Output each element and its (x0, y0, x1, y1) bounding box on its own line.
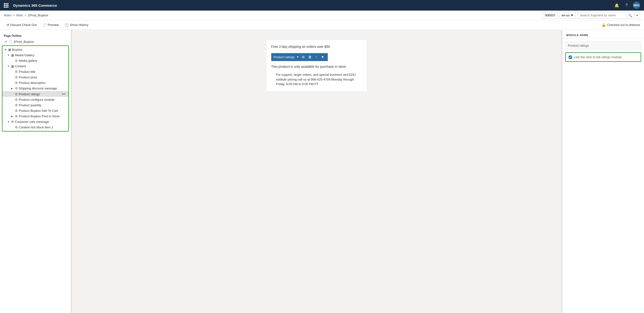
product-title-label: Product title (19, 70, 66, 73)
support-message: For support, larger orders, and special … (271, 72, 362, 86)
discard-checkout-button[interactable]: ↺ Discard Check Out (4, 22, 39, 28)
help-button[interactable]: ? (624, 2, 628, 8)
expand-icon-media-gallery: ▼ (7, 54, 10, 56)
sidebar-item-product-quantity[interactable]: ⚙ Product quantity (2, 102, 68, 108)
sidebar-item-buybox[interactable]: ▼ ▦ Buybox (2, 47, 68, 52)
ratings-toolbar[interactable]: Product ratings ▼ ⧉ 🗑 ↑ ▼ (271, 53, 328, 61)
content-rich-block-label: Content rich block item 1 (19, 125, 66, 129)
module-name-field: Product ratings (565, 41, 641, 49)
sidebar: Page Outline ▼ 📄 1Prod_Buybox ▼ ▦ Buybox… (0, 30, 71, 313)
right-panel-header: MODULE NAME (562, 30, 644, 39)
search-button[interactable]: 🔍 (626, 12, 634, 18)
notification-button[interactable]: 🔔 (614, 2, 620, 9)
product-quantity-label: Product quantity (19, 103, 66, 107)
shipping-message: Free 2-day shipping on orders over $50 (271, 44, 362, 49)
sidebar-item-product-price[interactable]: ⚙ Product price (2, 74, 68, 80)
sidebar-item-content[interactable]: ▼ ▦ Content (2, 63, 68, 69)
breadcrumb-main[interactable]: Main (16, 13, 23, 17)
outline-box: ▼ ▦ Buybox ▼ ▦ Media Gallery ⚙ Media gal… (2, 45, 69, 131)
show-history-button[interactable]: 🕐 Show History (62, 22, 91, 28)
expand-icon-customer-care: ▼ (7, 120, 10, 123)
content-label: Content (15, 64, 66, 68)
breadcrumb-fedev[interactable]: fedev (4, 13, 12, 17)
expand-icon-buybox: ▼ (4, 48, 7, 51)
avatar[interactable]: MRG (633, 2, 640, 9)
sidebar-item-shipping-discount[interactable]: ▶ ⚙ Shipping discount message (2, 86, 68, 91)
buybox-label: Buybox (12, 48, 66, 51)
gear-icon-product-title: ⚙ (15, 70, 18, 73)
ratings-toolbar-label: Product ratings (274, 55, 294, 59)
sidebar-item-product-configure[interactable]: ⚙ Product configure module (2, 97, 68, 102)
gear-icon-customer-care: ⚙ (11, 120, 14, 124)
sidebar-item-product-description[interactable]: ⚙ Product description (2, 80, 68, 86)
ellipsis-button-product-ratings[interactable]: ••• (61, 92, 66, 96)
sidebar-item-find-in-store[interactable]: ▶ ⚙ Product Buybox Find In Store (2, 113, 68, 119)
breadcrumb-sep-2: > (24, 13, 26, 17)
store-dropdown[interactable]: 000037 (543, 12, 557, 19)
page-icon: 📄 (9, 40, 12, 43)
toolbar: ↺ Discard Check Out 📄 Preview 🕐 Show His… (0, 20, 644, 30)
link-ratings-checkbox[interactable] (569, 55, 572, 59)
gear-icon-find-in-store: ⚙ (15, 114, 18, 118)
checked-out-label: Checked out to drbesse (607, 23, 640, 27)
delete-button[interactable]: 🗑 (307, 54, 312, 59)
breadcrumb-sep-1: > (13, 13, 15, 17)
media-gallery-item-label: Media gallery (19, 59, 66, 62)
gear-icon-product-ratings: ⚙ (15, 92, 18, 96)
move-down-button[interactable]: ▼ (320, 54, 325, 59)
lock-icon: 🔒 (602, 23, 606, 27)
customer-care-label: Customer care message (15, 120, 66, 124)
ratings-dropdown-arrow[interactable]: ▼ (296, 55, 299, 58)
top-nav: Dynamics 365 Commerce 🔔 ? MRG (0, 0, 644, 10)
media-gallery-label: Media Gallery (15, 53, 66, 57)
product-price-label: Product price (19, 75, 66, 79)
product-card: Free 2-day shipping on orders over $50 P… (266, 39, 367, 92)
expand-icon-find-in-store: ▶ (11, 115, 14, 118)
search-input[interactable] (578, 12, 626, 18)
waffle-icon[interactable] (4, 3, 8, 8)
breadcrumb: fedev > Main > 1Prod_Buybox (4, 13, 48, 17)
sidebar-item-media-gallery-item[interactable]: ⚙ Media gallery (2, 58, 68, 63)
sidebar-item-media-gallery[interactable]: ▼ ▦ Media Gallery (2, 52, 68, 58)
product-configure-label: Product configure module (19, 98, 66, 101)
expand-icon-root: ▼ (5, 40, 8, 43)
product-ratings-label: Product ratings (19, 92, 60, 96)
move-up-button[interactable]: ↑ (314, 54, 318, 59)
grid-icon-content: ▦ (11, 64, 14, 68)
gear-icon-product-description: ⚙ (15, 81, 18, 85)
grid-icon-media-gallery: ▦ (11, 53, 14, 57)
sidebar-item-root[interactable]: ▼ 📄 1Prod_Buybox (0, 39, 71, 44)
toolbar-right: 🔒 Checked out to drbesse (602, 23, 640, 27)
sidebar-item-product-title[interactable]: ⚙ Product title (2, 69, 68, 74)
link-ratings-label: Link the click to full ratings module (574, 55, 622, 59)
grid-icon-buybox: ▦ (8, 48, 11, 51)
shipping-discount-label: Shipping discount message (19, 86, 66, 90)
sidebar-item-customer-care[interactable]: ▼ ⚙ Customer care message (2, 119, 68, 125)
sidebar-item-product-ratings[interactable]: ⚙ Product ratings ••• (2, 91, 68, 97)
search-box: 🔍 ▼ (578, 12, 640, 19)
gear-icon-product-quantity: ⚙ (15, 103, 18, 107)
locale-dropdown[interactable]: en-us ▼ (560, 12, 576, 19)
gear-icon-product-configure: ⚙ (15, 98, 18, 101)
right-panel: MODULE NAME Product ratings Link the cli… (562, 30, 644, 313)
preview-icon: 📄 (42, 23, 46, 27)
gear-icon-product-price: ⚙ (15, 75, 18, 79)
sidebar-item-add-to-cart[interactable]: ⚙ Product Buybox Add To Cart (2, 108, 68, 113)
product-description-label: Product description (19, 81, 66, 85)
expand-icon-content: ▼ (7, 65, 10, 67)
gear-icon-add-to-cart: ⚙ (15, 109, 18, 112)
breadcrumb-current: 1Prod_Buybox (28, 13, 48, 17)
breadcrumb-bar: fedev > Main > 1Prod_Buybox 000037 en-us… (0, 10, 644, 20)
copy-button[interactable]: ⧉ (301, 54, 306, 60)
center-content: Free 2-day shipping on orders over $50 P… (72, 30, 561, 313)
gear-icon-media-gallery-item: ⚙ (15, 59, 18, 62)
sidebar-item-content-rich-block[interactable]: ⚙ Content rich block item 1 (2, 125, 68, 130)
breadcrumb-right-controls: 000037 en-us ▼ 🔍 ▼ (543, 12, 640, 19)
undo-icon: ↺ (6, 23, 9, 27)
main-layout: Page Outline ▼ 📄 1Prod_Buybox ▼ ▦ Buybox… (0, 30, 644, 313)
gear-icon-shipping-discount: ⚙ (15, 86, 18, 90)
search-dropdown-arrow[interactable]: ▼ (634, 13, 640, 18)
preview-button[interactable]: 📄 Preview (40, 22, 61, 28)
available-message: This product is only available for purch… (271, 64, 362, 69)
app-title: Dynamics 365 Commerce (13, 3, 57, 7)
